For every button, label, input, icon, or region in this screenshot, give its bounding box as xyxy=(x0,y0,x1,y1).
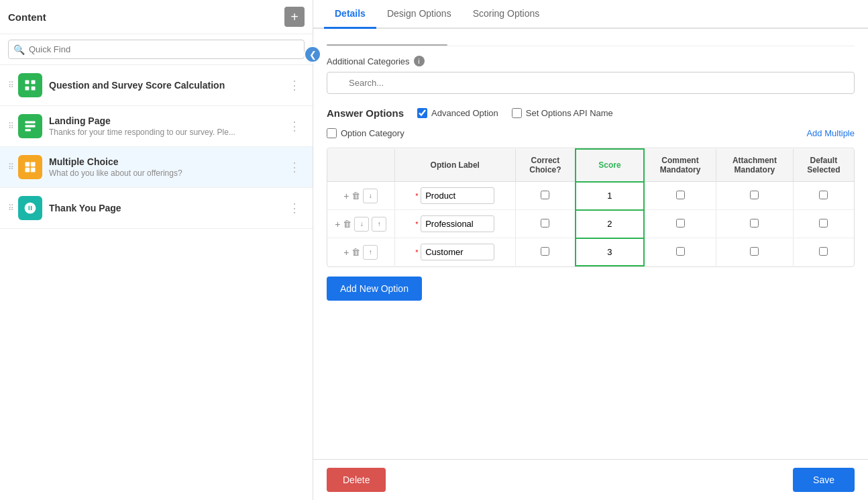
add-content-button[interactable]: + xyxy=(284,7,305,27)
set-options-api-name-checkbox-label[interactable]: Set Options API Name xyxy=(512,108,613,118)
cell-label-professional: * xyxy=(394,210,515,238)
answer-options-title: Answer Options xyxy=(327,107,404,119)
comment-mandatory-checkbox-customer[interactable] xyxy=(676,247,685,256)
tab-details[interactable]: Details xyxy=(324,0,376,29)
save-button[interactable]: Save xyxy=(793,468,855,492)
score-input-product[interactable] xyxy=(590,191,630,201)
table-row: + 🗑 ↓ * xyxy=(327,182,854,210)
col-score: Score xyxy=(576,149,644,182)
item-menu-multiple-choice[interactable]: ⋮ xyxy=(284,158,305,176)
col-attachment-mandatory: AttachmentMandatory xyxy=(716,149,793,182)
additional-categories-label: Additional Categories i xyxy=(327,56,855,66)
default-selected-checkbox-product[interactable] xyxy=(819,191,828,199)
row-move-down-button[interactable]: ↓ xyxy=(354,217,369,232)
cell-attachment-mandatory-customer xyxy=(716,238,793,266)
drag-handle: ⠿ xyxy=(8,121,14,131)
item-menu-thank-you[interactable]: ⋮ xyxy=(284,199,305,217)
row-delete-button[interactable]: 🗑 xyxy=(351,247,360,257)
svg-rect-10 xyxy=(31,168,36,172)
row-add-button[interactable]: + xyxy=(343,247,349,258)
row-delete-button[interactable]: 🗑 xyxy=(351,191,360,201)
required-star: * xyxy=(415,248,418,256)
tab-scoring-options[interactable]: Scoring Options xyxy=(462,0,551,29)
item-subtitle-multiple-choice: What do you like about our offerings? xyxy=(49,168,264,178)
item-title-score-calc: Question and Survey Score Calculation xyxy=(49,80,284,91)
row-actions-professional: + 🗑 ↓ ↑ xyxy=(327,210,394,238)
sidebar-item-thank-you[interactable]: ⠿ Thank You Page ⋮ xyxy=(0,188,313,229)
attachment-mandatory-checkbox-product[interactable] xyxy=(750,191,759,199)
comment-mandatory-checkbox-professional[interactable] xyxy=(676,219,685,228)
cell-default-selected-customer xyxy=(793,238,854,266)
correct-choice-checkbox-customer[interactable] xyxy=(541,247,549,256)
info-icon[interactable]: i xyxy=(414,56,425,66)
row-move-up-button[interactable]: ↑ xyxy=(372,217,386,232)
item-title-thank-you: Thank You Page xyxy=(49,203,284,213)
correct-choice-checkbox-professional[interactable] xyxy=(541,219,549,228)
sidebar-item-score-calc[interactable]: ⠿ Question and Survey Score Calculation … xyxy=(0,65,313,106)
add-multiple-link[interactable]: Add Multiple xyxy=(806,128,855,138)
advanced-option-checkbox-label[interactable]: Advanced Option xyxy=(417,108,498,118)
default-selected-checkbox-customer[interactable] xyxy=(819,247,828,256)
item-text-landing-page: Landing Page Thanks for your time respon… xyxy=(49,115,284,137)
table-scroll-container[interactable]: Option Label CorrectChoice? Score Commen… xyxy=(327,148,854,266)
attachment-mandatory-checkbox-customer[interactable] xyxy=(750,247,759,256)
col-comment-mandatory: CommentMandatory xyxy=(644,149,716,182)
option-label-input-professional[interactable] xyxy=(421,215,494,232)
option-category-checkbox-label[interactable]: Option Category xyxy=(327,128,404,138)
panel-title: Content xyxy=(8,11,46,23)
svg-rect-5 xyxy=(25,125,36,127)
left-header: Content + xyxy=(0,0,313,34)
row-add-button[interactable]: + xyxy=(335,219,340,230)
row-delete-button[interactable]: 🗑 xyxy=(343,219,351,229)
set-options-api-name-checkbox[interactable] xyxy=(512,108,522,118)
col-option-label: Option Label xyxy=(394,149,515,182)
cell-comment-mandatory-customer xyxy=(644,238,716,266)
advanced-option-checkbox[interactable] xyxy=(417,108,427,118)
score-input-professional[interactable] xyxy=(590,219,630,229)
item-title-multiple-choice: Multiple Choice xyxy=(49,156,284,167)
option-category-checkbox[interactable] xyxy=(327,128,337,138)
svg-rect-1 xyxy=(32,81,36,85)
item-menu-landing-page[interactable]: ⋮ xyxy=(284,117,305,135)
tab-design-options[interactable]: Design Options xyxy=(376,0,462,29)
option-label-input-customer[interactable] xyxy=(421,244,494,260)
additional-categories-search[interactable] xyxy=(327,72,855,94)
svg-rect-0 xyxy=(25,81,30,85)
score-input-customer[interactable] xyxy=(590,247,630,257)
sidebar-items: ⠿ Question and Survey Score Calculation … xyxy=(0,65,313,500)
sidebar-item-landing-page[interactable]: ⠿ Landing Page Thanks for your time resp… xyxy=(0,106,313,147)
item-icon-score-calc xyxy=(18,73,42,97)
item-icon-multiple-choice xyxy=(18,155,42,179)
row-move-up-button[interactable]: ↑ xyxy=(363,245,378,260)
quick-find-input[interactable] xyxy=(8,40,305,59)
item-menu-score-calc[interactable]: ⋮ xyxy=(284,77,305,94)
svg-rect-8 xyxy=(25,168,30,172)
svg-rect-3 xyxy=(32,87,36,91)
left-panel: Content + 🔍 ⠿ Question and Survey Score … xyxy=(0,0,313,500)
option-label-input-product[interactable] xyxy=(421,187,494,204)
options-table-wrapper: Option Label CorrectChoice? Score Commen… xyxy=(327,148,855,267)
attachment-mandatory-checkbox-professional[interactable] xyxy=(750,219,759,228)
svg-rect-4 xyxy=(25,121,36,123)
item-title-landing-page: Landing Page xyxy=(49,115,284,126)
collapse-panel-button[interactable]: ❮ xyxy=(304,46,321,63)
drag-handle: ⠿ xyxy=(8,162,14,172)
comment-mandatory-checkbox-product[interactable] xyxy=(676,191,685,199)
required-star: * xyxy=(415,220,418,228)
sidebar-item-multiple-choice[interactable]: ⠿ Multiple Choice What do you like about… xyxy=(0,147,313,188)
delete-button[interactable]: Delete xyxy=(327,468,386,492)
add-new-option-button[interactable]: Add New Option xyxy=(327,277,422,301)
option-category-row: Option Category Add Multiple xyxy=(327,128,855,138)
cell-correct-choice-product xyxy=(515,182,575,210)
cell-default-selected-product xyxy=(793,182,854,210)
correct-choice-checkbox-product[interactable] xyxy=(541,191,549,199)
svg-rect-7 xyxy=(25,162,30,167)
row-move-down-button[interactable]: ↓ xyxy=(363,189,378,203)
cell-default-selected-professional xyxy=(793,210,854,238)
col-correct-choice: CorrectChoice? xyxy=(515,149,575,182)
drag-handle: ⠿ xyxy=(8,203,14,213)
default-selected-checkbox-professional[interactable] xyxy=(819,219,828,228)
item-icon-thank-you xyxy=(18,196,42,220)
cell-score-professional xyxy=(576,210,644,238)
row-add-button[interactable]: + xyxy=(343,191,349,201)
